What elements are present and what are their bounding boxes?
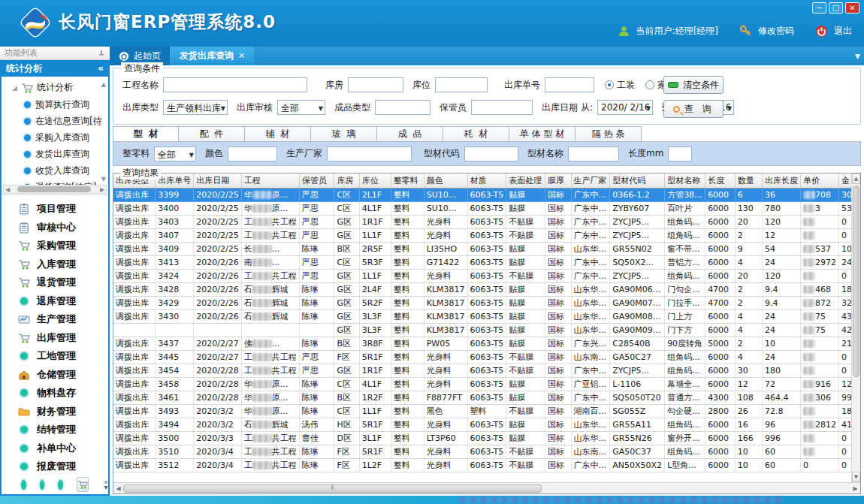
column-header[interactable]: 表面处理 <box>506 174 545 189</box>
sidebar-item-clipboard[interactable]: 项目管理 <box>2 200 108 219</box>
material-tab[interactable]: 型 材 <box>113 126 179 142</box>
tree-scroll-right-icon[interactable]: ▶ <box>98 186 106 193</box>
tree-item[interactable]: 在途信息查询[待 <box>6 113 107 129</box>
material-tab[interactable]: 成 品 <box>377 126 443 142</box>
column-header[interactable]: 出库单号 <box>156 174 194 189</box>
quick-cart-button[interactable] <box>77 477 89 492</box>
table-row[interactable]: 调拨出库34072020/2/25工共工程严思G区1L1F整料光身料6063-T… <box>113 229 860 243</box>
table-row[interactable]: 调拨出库34582020/2/28华原...陈琳C区4L1F整料光身料6063-… <box>113 378 860 391</box>
table-row[interactable]: 调拨出库34302020/2/26石辉城陈琳G区3L3F整料KLM3817606… <box>113 310 860 324</box>
quick-dot-icon[interactable] <box>21 480 26 490</box>
scroll-down-icon[interactable]: ▼ <box>852 472 860 482</box>
profile-name-input[interactable] <box>568 146 619 161</box>
tab-shipping-query[interactable]: 发货出库查询 ✕ <box>171 47 254 65</box>
sidebar-item-cart[interactable]: 入库管理 <box>2 255 108 274</box>
sidebar-item-dot[interactable]: 结转管理 <box>2 421 108 439</box>
project-name-input[interactable] <box>163 77 307 92</box>
radio-home-decoration[interactable] <box>645 80 654 89</box>
table-row[interactable]: 调拨出库34932020/3/2华原...陈琳C区1L1F整料黑色塑料不贴膜国标… <box>113 405 860 418</box>
horizontal-scrollbar-thumb[interactable] <box>123 484 542 493</box>
out-type-select[interactable]: 生产领料出库▼ <box>163 100 228 115</box>
column-header[interactable]: 型材代码 <box>610 174 665 189</box>
column-header[interactable]: 膜厚 <box>545 174 572 189</box>
minimize-button[interactable]: ─ <box>812 2 826 14</box>
change-password-link[interactable]: 修改密码 <box>758 25 794 38</box>
from-date-select[interactable]: 2020/ 2/16▼ <box>597 100 653 115</box>
sidebar-item-dot[interactable]: 报废管理 <box>2 457 108 475</box>
product-type-input[interactable] <box>375 100 430 115</box>
manufacturer-input[interactable] <box>327 146 412 161</box>
vertical-scrollbar[interactable]: ▲ ▼ <box>851 174 860 482</box>
menu-overflow-button[interactable]: »▾ <box>104 479 108 490</box>
tree-item[interactable]: 采购入库查询 <box>6 129 107 146</box>
tabbar-dropdown-icon[interactable]: ▼ <box>855 53 860 60</box>
column-header[interactable]: 生产厂家 <box>571 174 610 189</box>
vertical-scrollbar-thumb[interactable] <box>853 186 859 377</box>
material-tab[interactable]: 单 体 型 材 <box>509 126 575 142</box>
column-header[interactable]: 保管员 <box>299 174 334 189</box>
clear-conditions-button[interactable]: 清空条件 <box>663 76 724 94</box>
material-tab[interactable]: 配 件 <box>179 126 245 142</box>
tree-scroll-up-icon[interactable]: ▲ <box>101 81 106 88</box>
tree-item[interactable]: 预算执行查询 <box>6 96 107 113</box>
scroll-right-icon[interactable]: ▶ <box>850 484 860 493</box>
column-header[interactable]: 库位 <box>359 174 391 189</box>
whole-piece-select[interactable]: 全部▼ <box>154 146 196 161</box>
tree-scrollbar-thumb[interactable] <box>17 186 91 192</box>
length-input[interactable] <box>668 146 692 161</box>
table-row[interactable]: 调拨出库34282020/2/26石辉城陈琳G区2L4F整料KLM3817606… <box>113 283 860 297</box>
table-row[interactable]: 调拨出库34942020/3/2石辉城汤伟H区5R1F整料光身料6063-T5贴… <box>113 418 860 432</box>
sidebar-item-clipboard[interactable]: 审核中心 <box>2 219 108 237</box>
maximize-button[interactable]: □ <box>829 2 843 14</box>
table-row[interactable]: G区3L3F整料KLM38176063-T5贴膜国标山东华...GA90M09.… <box>113 324 860 337</box>
location-input[interactable] <box>435 77 488 92</box>
sidebar-item-dot[interactable]: 工地管理 <box>2 347 108 366</box>
radio-work-label[interactable]: 工装 <box>617 79 635 92</box>
column-header[interactable]: 数量 <box>735 174 762 189</box>
tree-item[interactable]: 收货入库查询 <box>6 162 107 179</box>
sidebar-item-dot[interactable]: 退库管理 <box>2 292 108 311</box>
column-header[interactable]: 整零料 <box>391 174 424 189</box>
table-row[interactable]: 调拨出库34032020/2/25工共工程严思G区1R1F整料光身料6063-T… <box>113 216 860 229</box>
sidebar-item-warehouse[interactable]: 仓储管理 <box>2 366 108 385</box>
sidebar-item-folder[interactable]: 财务管理 <box>2 403 108 421</box>
profile-code-input[interactable] <box>464 146 518 161</box>
material-tab[interactable]: 辅 材 <box>245 126 311 142</box>
sidebar-item-chart[interactable]: 生产管理 <box>2 310 108 329</box>
search-button[interactable]: 查 询 <box>663 100 724 118</box>
column-header[interactable]: 型材名称 <box>665 174 705 189</box>
keeper-input[interactable] <box>471 100 533 115</box>
column-header[interactable]: 单价 <box>800 174 838 189</box>
radio-work-decoration[interactable] <box>605 80 614 89</box>
quick-dot-icon[interactable] <box>40 480 45 490</box>
column-header[interactable]: 出库长度 <box>762 174 800 189</box>
table-row[interactable]: 调拨出库34242020/2/26工共工程严思G区1L1F整料光身料6063-T… <box>113 270 860 283</box>
close-button[interactable]: ✕ <box>845 2 859 14</box>
column-header[interactable]: 材质 <box>467 174 506 189</box>
sidebar-item-cart[interactable]: 退货管理 <box>2 273 108 292</box>
audit-select[interactable]: 全部▼ <box>277 100 325 115</box>
pin-icon[interactable] <box>98 50 105 57</box>
quick-dot-icon[interactable] <box>58 480 63 490</box>
table-row[interactable]: 调拨出库34132020/2/26南...严思C区5R3F整料G71422606… <box>113 256 860 270</box>
tree-expander-icon[interactable]: ◢ <box>12 84 17 92</box>
order-no-input[interactable] <box>545 77 594 92</box>
table-row[interactable]: 调拨出库34542020/2/28工共工程严思G区1R1F整料光身料6063-T… <box>113 364 860 378</box>
logout-link[interactable]: 退出 <box>834 25 852 38</box>
tree-item[interactable]: 发货出库查询 <box>6 146 107 162</box>
sidebar-item-cart[interactable]: 出库管理 <box>2 329 108 348</box>
scroll-up-icon[interactable]: ▲ <box>852 174 860 184</box>
sidebar-item-dot[interactable]: 物料盘存 <box>2 384 108 403</box>
column-header[interactable]: 颜色 <box>424 174 467 189</box>
color-input[interactable] <box>228 146 277 161</box>
tree-scroll-down-icon[interactable]: ▼ <box>101 176 106 183</box>
sidebar-item-dot[interactable]: 补单中心 <box>2 439 108 458</box>
table-row[interactable]: 调拨出库34452020/2/27工共工程严思F区5R1F整料光身料6063-T… <box>113 351 860 364</box>
material-tab[interactable]: 玻 璃 <box>311 126 377 142</box>
column-header[interactable]: 出库日期 <box>194 174 241 189</box>
column-header[interactable]: 长度 <box>705 174 736 189</box>
material-tab[interactable]: 耗 材 <box>443 126 509 142</box>
table-row[interactable]: 调拨出库34372020/2/27佛...陈琳B区3R8F整料PW056063-… <box>113 337 860 351</box>
table-row[interactable]: 调拨出库34292020/2/26石辉城陈琳G区5R2F整料KLM3817606… <box>113 297 860 310</box>
sidebar-item-cart[interactable]: 采购管理 <box>2 237 108 255</box>
